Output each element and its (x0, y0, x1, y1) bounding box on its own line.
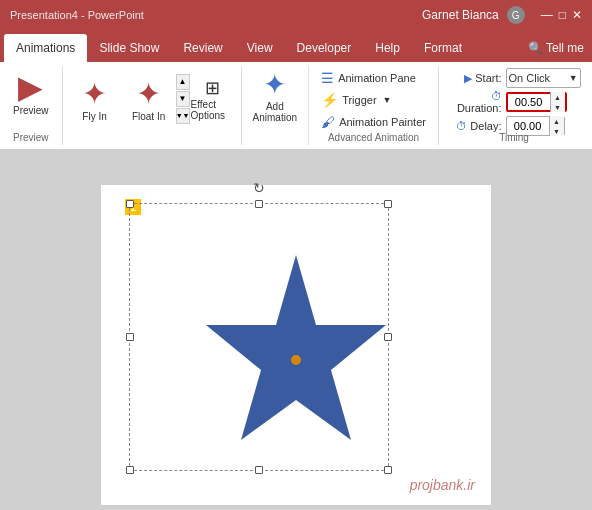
title-bar: Presentation4 - PowerPoint Garnet Bianca… (0, 0, 592, 30)
clock-icon: ⏱ (491, 90, 502, 102)
preview-label: Preview (0, 132, 62, 143)
start-select-arrow: ▼ (569, 73, 578, 83)
advanced-animation-label: Advanced Animation (309, 132, 438, 143)
ribbon-group-timing: ▶ Start: On Click ▼ ⏱ Duration: ▲ (439, 66, 589, 145)
timing-start-row: ▶ Start: On Click ▼ (448, 68, 581, 88)
rotation-handle[interactable]: ↻ (251, 180, 267, 196)
tab-slideshow[interactable]: Slide Show (87, 34, 171, 62)
minimize-btn[interactable]: — (541, 8, 553, 22)
timing-label: Timing (439, 132, 589, 143)
trigger-button[interactable]: ⚡ Trigger ▼ (316, 90, 431, 110)
handle-mid-left[interactable] (126, 333, 134, 341)
add-animation-icon: ✦ (263, 71, 286, 99)
tab-developer[interactable]: Developer (285, 34, 364, 62)
tell-me[interactable]: 🔍 Tell me (520, 34, 592, 62)
duration-down[interactable]: ▼ (551, 102, 565, 112)
delay-up[interactable]: ▲ (550, 116, 564, 126)
add-animation-button[interactable]: ✦ Add Animation (248, 68, 302, 126)
float-in-icon: ✦ (136, 76, 161, 111)
avatar: G (507, 6, 525, 24)
handle-bottom-left[interactable] (126, 466, 134, 474)
delay-icon: ⏱ (456, 120, 467, 132)
handle-top-mid[interactable] (255, 200, 263, 208)
duration-input[interactable]: ▲ ▼ (506, 92, 567, 112)
trigger-icon: ⚡ (321, 92, 338, 108)
ribbon-group-add-animation: ✦ Add Animation (242, 66, 309, 145)
timing-duration-row: ⏱ Duration: ▲ ▼ (448, 90, 581, 114)
maximize-btn[interactable]: □ (559, 8, 566, 22)
slide-area: 1 ↻ projbank.ir (0, 150, 592, 510)
animation-badge: 1 (125, 199, 141, 215)
username: Garnet Bianca (422, 8, 499, 22)
animation-effects: ✦ Fly In ✦ Float In ▲ ▼ ▼▼ ⊞ Effect Opti… (69, 70, 235, 142)
duration-up[interactable]: ▲ (551, 92, 565, 102)
handle-bottom-mid[interactable] (255, 466, 263, 474)
svg-marker-0 (206, 255, 386, 440)
animation-pane-button[interactable]: ☰ Animation Pane (316, 68, 431, 88)
ribbon: ▶ Preview Preview ✦ Fly In ✦ Float In ▲ … (0, 62, 592, 150)
close-btn[interactable]: ✕ (572, 8, 582, 22)
tab-review[interactable]: Review (171, 34, 234, 62)
tab-view[interactable]: View (235, 34, 285, 62)
float-in-effect[interactable]: ✦ Float In (123, 70, 175, 128)
fly-in-icon: ✦ (82, 76, 107, 111)
preview-button[interactable]: ▶ Preview (8, 68, 54, 119)
star-shape[interactable] (196, 245, 396, 445)
rotation-icon: ↻ (253, 180, 265, 196)
start-label: ▶ Start: (448, 72, 502, 85)
duration-spinner: ▲ ▼ (550, 92, 565, 112)
delay-value-field[interactable] (507, 120, 549, 132)
scroll-down[interactable]: ▼ (176, 91, 190, 107)
tab-animations[interactable]: Animations (4, 34, 87, 62)
watermark: projbank.ir (410, 477, 475, 493)
scroll-more[interactable]: ▼▼ (176, 108, 190, 124)
preview-icon: ▶ (18, 71, 43, 103)
scroll-up[interactable]: ▲ (176, 74, 190, 90)
trigger-dropdown-icon: ▼ (383, 95, 392, 105)
animation-pane-icon: ☰ (321, 70, 334, 86)
window-controls: — □ ✕ (541, 8, 582, 22)
handle-bottom-right[interactable] (384, 466, 392, 474)
title-text: Presentation4 - PowerPoint (10, 9, 144, 21)
fly-in-effect[interactable]: ✦ Fly In (69, 70, 121, 128)
delay-label: ⏱ Delay: (448, 120, 502, 132)
effect-options-button[interactable]: ⊞ Effect Options (191, 70, 235, 128)
animation-painter-button[interactable]: 🖌 Animation Painter (316, 112, 431, 132)
tab-format[interactable]: Format (412, 34, 474, 62)
effect-options-icon: ⊞ (205, 77, 220, 99)
scroll-arrows: ▲ ▼ ▼▼ (176, 74, 190, 124)
duration-label: ⏱ Duration: (448, 90, 502, 114)
tab-help[interactable]: Help (363, 34, 412, 62)
handle-top-right[interactable] (384, 200, 392, 208)
tab-bar: Animations Slide Show Review View Develo… (0, 30, 592, 62)
start-select[interactable]: On Click ▼ (506, 68, 581, 88)
title-bar-right: Garnet Bianca G — □ ✕ (422, 6, 582, 24)
ribbon-group-preview: ▶ Preview Preview (0, 66, 63, 145)
effects-group: ✦ Fly In ✦ Float In (69, 70, 175, 128)
ribbon-group-animations: ✦ Fly In ✦ Float In ▲ ▼ ▼▼ ⊞ Effect Opti… (63, 66, 242, 145)
animation-painter-icon: 🖌 (321, 114, 335, 130)
slide-canvas: 1 ↻ projbank.ir (101, 185, 491, 505)
ribbon-group-advanced: ☰ Animation Pane ⚡ Trigger ▼ 🖌 Animation… (309, 66, 439, 145)
center-dot (291, 355, 301, 365)
start-icon: ▶ (464, 72, 472, 84)
duration-value-field[interactable] (508, 96, 550, 108)
